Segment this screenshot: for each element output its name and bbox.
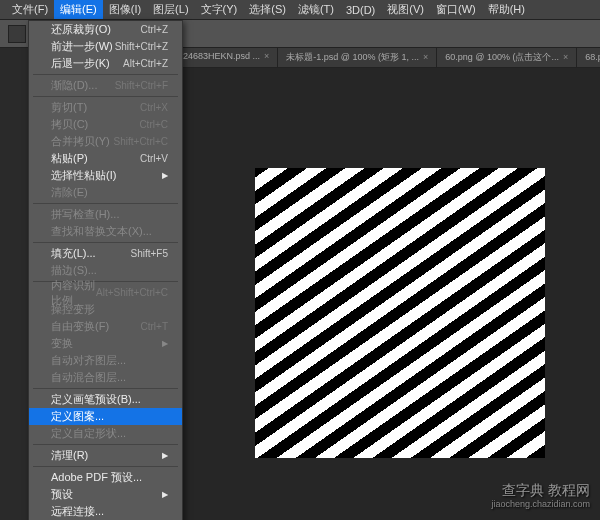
menu-item: 剪切(T)Ctrl+X [29,99,182,116]
document-tab[interactable]: 68.png @ 100% (这是× [577,48,600,67]
menu-separator [33,444,178,445]
menu-item: 内容识别比例Alt+Shift+Ctrl+C [29,284,182,301]
menu-item-label: 粘贴(P) [51,151,88,166]
document-tab[interactable]: 24683HEKN.psd ...× [175,48,278,67]
menu-item-label: 剪切(T) [51,100,87,115]
menu-item[interactable]: 滤镜(T) [292,0,340,19]
watermark: 查字典 教程网 jiaocheng.chazidian.com [491,482,590,510]
menu-item-label: 操控变形 [51,302,95,317]
menu-item: 自由变换(F)Ctrl+T [29,318,182,335]
tool-icon[interactable] [8,25,26,43]
menu-item: 拼写检查(H)... [29,206,182,223]
menu-separator [33,96,178,97]
menu-item[interactable]: 编辑(E) [54,0,103,19]
close-icon[interactable]: × [563,52,568,62]
menu-item-label: 定义画笔预设(B)... [51,392,141,407]
menu-item-label: 拷贝(C) [51,117,88,132]
shortcut-label: Alt+Ctrl+Z [123,58,168,69]
menu-item: 渐隐(D)...Shift+Ctrl+F [29,77,182,94]
menu-item-label: 定义自定形状... [51,426,126,441]
menu-item[interactable]: 图层(L) [147,0,194,19]
menu-item[interactable]: 远程连接... [29,503,182,520]
document-canvas[interactable] [255,168,545,458]
shortcut-label: Ctrl+C [139,119,168,130]
menu-item-label: 自动对齐图层... [51,353,126,368]
menu-separator [33,203,178,204]
edit-menu-dropdown[interactable]: 还原裁剪(O)Ctrl+Z前进一步(W)Shift+Ctrl+Z后退一步(K)A… [28,20,183,520]
menu-item: 合并拷贝(Y)Shift+Ctrl+C [29,133,182,150]
submenu-arrow-icon: ▶ [162,339,168,348]
menu-item-label: 清除(E) [51,185,88,200]
menu-item[interactable]: 还原裁剪(O)Ctrl+Z [29,21,182,38]
menu-item-label: 渐隐(D)... [51,78,97,93]
menu-item-label: 描边(S)... [51,263,97,278]
menu-item-label: 查找和替换文本(X)... [51,224,152,239]
menu-item[interactable]: 后退一步(K)Alt+Ctrl+Z [29,55,182,72]
watermark-title: 查字典 教程网 [491,482,590,499]
menu-item[interactable]: 前进一步(W)Shift+Ctrl+Z [29,38,182,55]
shortcut-label: Shift+Ctrl+C [114,136,168,147]
submenu-arrow-icon: ▶ [162,451,168,460]
menu-item[interactable]: 定义图案... [29,408,182,425]
close-icon[interactable]: × [264,51,269,61]
menu-item[interactable]: 图像(I) [103,0,147,19]
menu-item-label: 拼写检查(H)... [51,207,119,222]
menu-item[interactable]: Adobe PDF 预设... [29,469,182,486]
menu-item[interactable]: 清理(R)▶ [29,447,182,464]
menu-item[interactable]: 定义画笔预设(B)... [29,391,182,408]
shortcut-label: Ctrl+Z [141,24,169,35]
menu-item: 自动混合图层... [29,369,182,386]
menu-separator [33,466,178,467]
document-tab[interactable]: 60.png @ 100% (点击这个...× [437,48,577,67]
menu-item-label: 清理(R) [51,448,88,463]
menu-item-label: 远程连接... [51,504,104,519]
menu-item-label: 后退一步(K) [51,56,110,71]
menu-item[interactable]: 选择(S) [243,0,292,19]
menu-item-label: 预设 [51,487,73,502]
menu-item-label: 定义图案... [51,409,104,424]
shortcut-label: Shift+F5 [130,248,168,259]
menu-item: 自动对齐图层... [29,352,182,369]
close-icon[interactable]: × [423,52,428,62]
document-tabs: 24683HEKN.psd ...×未标题-1.psd @ 100% (矩形 1… [175,48,600,68]
menu-item-label: 自由变换(F) [51,319,109,334]
menu-item[interactable]: 视图(V) [381,0,430,19]
shortcut-label: Ctrl+X [140,102,168,113]
menu-separator [33,388,178,389]
menu-item-label: 选择性粘贴(I) [51,168,116,183]
shortcut-label: Ctrl+T [141,321,169,332]
menu-item[interactable]: 帮助(H) [482,0,531,19]
menu-item-label: 填充(L)... [51,246,96,261]
menu-item-label: 变换 [51,336,73,351]
canvas-area [175,68,600,520]
menubar: 文件(F)编辑(E)图像(I)图层(L)文字(Y)选择(S)滤镜(T)3D(D)… [0,0,600,20]
menu-item: 清除(E) [29,184,182,201]
menu-item-label: 前进一步(W) [51,39,113,54]
submenu-arrow-icon: ▶ [162,490,168,499]
menu-item[interactable]: 选择性粘贴(I)▶ [29,167,182,184]
menu-item: 查找和替换文本(X)... [29,223,182,240]
shortcut-label: Ctrl+V [140,153,168,164]
shortcut-label: Shift+Ctrl+F [115,80,168,91]
menu-item: 变换▶ [29,335,182,352]
menu-item-label: 还原裁剪(O) [51,22,111,37]
menu-item[interactable]: 文字(Y) [195,0,244,19]
menu-item[interactable]: 预设▶ [29,486,182,503]
menu-item-label: 合并拷贝(Y) [51,134,110,149]
menu-item[interactable]: 窗口(W) [430,0,482,19]
menu-item-label: Adobe PDF 预设... [51,470,142,485]
menu-item[interactable]: 粘贴(P)Ctrl+V [29,150,182,167]
watermark-url: jiaocheng.chazidian.com [491,499,590,510]
menu-item: 操控变形 [29,301,182,318]
menu-item: 拷贝(C)Ctrl+C [29,116,182,133]
menu-item: 定义自定形状... [29,425,182,442]
shortcut-label: Shift+Ctrl+Z [115,41,168,52]
menu-item[interactable]: 填充(L)...Shift+F5 [29,245,182,262]
menu-item[interactable]: 3D(D) [340,2,381,18]
menu-item-label: 自动混合图层... [51,370,126,385]
menu-separator [33,242,178,243]
menu-item[interactable]: 文件(F) [6,0,54,19]
document-tab[interactable]: 未标题-1.psd @ 100% (矩形 1, ...× [278,48,437,67]
diagonal-stripe-pattern [255,168,545,458]
menu-item: 描边(S)... [29,262,182,279]
